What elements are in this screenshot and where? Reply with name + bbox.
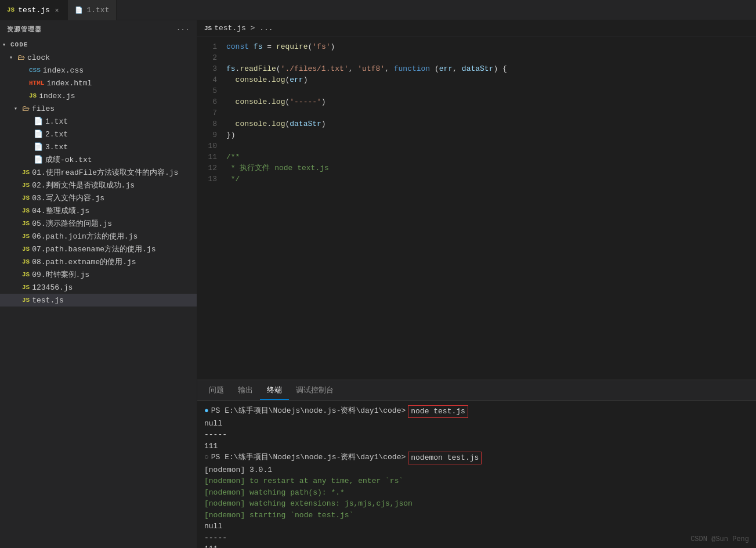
sidebar-menu-icon[interactable]: ··· <box>176 26 190 33</box>
js123-icon: JS <box>22 284 30 291</box>
code-line-2 <box>226 52 756 63</box>
2txt-label: 2.txt <box>45 130 68 139</box>
clock-arrow: ▾ <box>9 54 16 61</box>
output-nodemon-ext: [nodemon] watching extensions: js,mjs,cj… <box>204 498 413 510</box>
css-icon: CSS <box>29 67 41 74</box>
terminal-line-10: [nodemon] starting `node test.js` <box>204 510 749 521</box>
file02-item[interactable]: JS 02.判断文件是否读取成功.js <box>0 179 197 192</box>
code-line-7 <box>226 107 756 118</box>
output-nodemon-watch: [nodemon] watching path(s): *.* <box>204 487 345 499</box>
code-line-10 <box>226 140 756 152</box>
js03-icon: JS <box>22 194 30 201</box>
1txt-label: 1.txt <box>45 117 68 126</box>
bullet2: ○ <box>204 452 209 463</box>
file07-label: 07.path.basename方法的使用.js <box>32 244 155 254</box>
code-line-4: console.log(err) <box>226 74 756 85</box>
3txt-item[interactable]: 📄 3.txt <box>0 140 197 153</box>
clock-label: clock <box>27 53 50 62</box>
output-null1: null <box>204 418 222 430</box>
file09-item[interactable]: JS 09.时钟案例.js <box>0 268 197 281</box>
js-icon-tree: JS <box>29 92 37 99</box>
code-line-6: console.log('-----') <box>226 96 756 107</box>
code-line-1: const fs = require('fs') <box>226 41 756 52</box>
js01-icon: JS <box>22 169 30 176</box>
output-nodemon-start: [nodemon] starting `node test.js` <box>204 510 353 521</box>
terminal-line-3: ----- <box>204 429 749 441</box>
tab-testjs[interactable]: JS test.js ✕ <box>0 0 68 20</box>
file06-item[interactable]: JS 06.path.join方法的使用.js <box>0 230 197 243</box>
code-arrow: ▾ <box>2 41 9 48</box>
terminal-line-9: [nodemon] watching extensions: js,mjs,cj… <box>204 498 749 510</box>
watermark: CSDN @Sun Peng <box>690 535 749 543</box>
file04-item[interactable]: JS 04.整理成绩.js <box>0 204 197 217</box>
code-editor[interactable]: 1 2 3 4 5 6 7 8 9 10 11 12 13 const fs =… <box>197 37 756 380</box>
txt3-icon: 📄 <box>34 142 43 152</box>
txtok-icon: 📄 <box>34 155 43 164</box>
code-line-9: }) <box>226 129 756 140</box>
sidebar-header: 资源管理器 ··· <box>0 20 197 38</box>
testjs-item[interactable]: JS test.js <box>0 294 197 307</box>
terminal-line-5: ○ PS E:\练手项目\Nodejs\node.js-资料\day1\code… <box>204 452 749 464</box>
file01-item[interactable]: JS 01.使用readFile方法读取文件的内容.js <box>0 166 197 179</box>
path1: PS E:\练手项目\Nodejs\node.js-资料\day1\code> <box>211 405 406 417</box>
code-content: const fs = require('fs') fs.readFile('./… <box>226 41 756 375</box>
terminal-line-1: ● PS E:\练手项目\Nodejs\node.js-资料\day1\code… <box>204 405 749 418</box>
clock-folder[interactable]: ▾ 🗁 clock <box>0 51 197 64</box>
file123-item[interactable]: JS 123456.js <box>0 281 197 294</box>
files-arrow: ▾ <box>14 105 21 112</box>
output-nodemon-ver: [nodemon] 3.0.1 <box>204 464 272 476</box>
file07-item[interactable]: JS 07.path.basename方法的使用.js <box>0 243 197 255</box>
1txt-item[interactable]: 📄 1.txt <box>0 115 197 128</box>
code-line-5 <box>226 85 756 96</box>
file03-item[interactable]: JS 03.写入文件内容.js <box>0 192 197 204</box>
terminal-content[interactable]: ● PS E:\练手项目\Nodejs\node.js-资料\day1\code… <box>197 401 756 548</box>
cmd2: nodemon test.js <box>408 452 482 464</box>
chengji-label: 成绩-ok.txt <box>45 154 92 165</box>
tab-debug[interactable]: 调试控制台 <box>289 381 341 400</box>
2txt-item[interactable]: 📄 2.txt <box>0 128 197 140</box>
line-numbers: 1 2 3 4 5 6 7 8 9 10 11 12 13 <box>197 41 226 375</box>
js04-icon: JS <box>22 207 30 214</box>
txt-icon: 📄 <box>75 6 83 14</box>
output-dashes1: ----- <box>204 429 227 441</box>
index-js-label: index.js <box>39 92 75 100</box>
tab-problems[interactable]: 问题 <box>202 381 231 400</box>
js08-icon: JS <box>22 258 30 265</box>
breadcrumb-js-icon: JS <box>204 25 212 32</box>
tab-1txt[interactable]: 📄 1.txt <box>68 0 117 20</box>
terminal-line-13: 111 <box>204 543 749 548</box>
tab-output[interactable]: 输出 <box>231 381 260 400</box>
file04-label: 04.整理成绩.js <box>32 206 89 216</box>
code-section-label[interactable]: ▾ CODE <box>0 38 197 51</box>
files-folder-icon: 🗁 <box>22 104 30 113</box>
txt2-icon: 📄 <box>34 129 43 139</box>
file05-item[interactable]: JS 05.演示路径的问题.js <box>0 217 197 230</box>
main-area: 资源管理器 ··· ▾ CODE ▾ 🗁 clock CSS index.css <box>0 20 756 548</box>
index-js-item[interactable]: JS index.js <box>0 89 197 102</box>
output-nodemon-rs: [nodemon] to restart at any time, enter … <box>204 475 403 487</box>
tab-1txt-label: 1.txt <box>86 6 109 15</box>
breadcrumb-text: test.js > ... <box>214 24 273 33</box>
file01-label: 01.使用readFile方法读取文件的内容.js <box>32 167 178 178</box>
tab-close-testjs[interactable]: ✕ <box>53 6 61 15</box>
code-label: CODE <box>10 41 28 48</box>
terminal-panel: 问题 输出 终端 调试控制台 ● PS E:\练手项目\Nodejs\node.… <box>197 380 756 548</box>
files-label: files <box>32 104 55 113</box>
js-icon: JS <box>7 6 15 13</box>
code-line-12: * 执行文件 node text.js <box>226 163 756 174</box>
testjs-item-label: test.js <box>32 296 64 305</box>
tab-terminal[interactable]: 终端 <box>260 381 289 400</box>
output-111-2: 111 <box>204 543 218 548</box>
3txt-label: 3.txt <box>45 143 68 152</box>
terminal-tabs: 问题 输出 终端 调试控制台 <box>197 380 756 401</box>
terminal-line-4: 111 <box>204 441 749 452</box>
txt-icon-tree: 📄 <box>34 117 43 126</box>
index-css-item[interactable]: CSS index.css <box>0 64 197 77</box>
js07-icon: JS <box>22 246 30 253</box>
editor-container: JS test.js > ... 1 2 3 4 5 6 7 8 9 10 11… <box>197 20 756 548</box>
file08-item[interactable]: JS 08.path.extname的使用.js <box>0 255 197 268</box>
jstest-icon: JS <box>22 297 30 304</box>
index-html-item[interactable]: HTML index.html <box>0 77 197 89</box>
chengji-item[interactable]: 📄 成绩-ok.txt <box>0 153 197 166</box>
files-folder[interactable]: ▾ 🗁 files <box>0 102 197 115</box>
